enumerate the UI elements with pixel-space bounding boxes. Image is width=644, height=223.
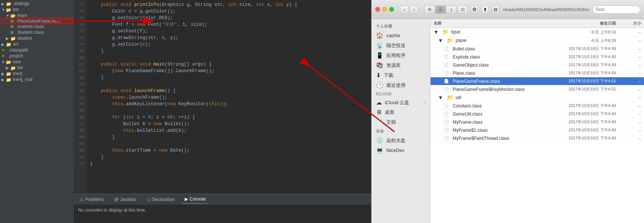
library-icon: 📚 <box>376 62 383 69</box>
date-bjsxt: 今天 上午8:16 <box>553 29 619 35</box>
size-keymonitor: -- <box>619 87 641 92</box>
sidebar-label-caizhe: caizhe <box>386 33 400 38</box>
nav-back-button[interactable]: ‹ <box>400 6 409 14</box>
file-icon-constant: 📄 <box>444 103 451 108</box>
tree-label-bin2: bin <box>17 65 23 70</box>
folder-icon-plane: 📁 <box>447 38 454 43</box>
view-gallery-btn[interactable]: ⊡ <box>457 6 468 14</box>
sidebar-item-caizhe[interactable]: 🏠 caizhe <box>372 31 430 40</box>
folder-icon-bjsxt: 📁 <box>442 29 450 35</box>
arrow-trie4j-root: ▶ <box>1 78 6 82</box>
tree-item-bin2[interactable]: ▶ 📁 bin <box>0 65 74 71</box>
tree-item-student-folder[interactable]: ▶ 📁 student <box>0 35 74 41</box>
class-icon-planegameframe: ▦ <box>10 19 16 23</box>
tree-item-project[interactable]: ✕ .project <box>0 53 74 59</box>
sidebar-item-remote-disc[interactable]: 💿 远程光盘 <box>372 135 430 145</box>
finder-row-paintthread[interactable]: 📄 MyFrame$PaintThread.class 2017年10月18日 … <box>431 134 644 142</box>
class-icon-scanner: ▦ <box>10 24 16 29</box>
sidebar-label-documents: 文稿 <box>386 119 396 125</box>
finder-row-bullet[interactable]: 📄 Bullet.class 2017年10月18日 下午4:49 -- <box>431 45 644 53</box>
arrow-new: ▼ <box>1 60 6 64</box>
finder-row-gameutil[interactable]: 📄 GameUtil.class 2017年10月18日 下午4:49 -- <box>431 110 644 118</box>
tab-console[interactable]: ▶ Console <box>182 195 209 204</box>
view-icon-btn[interactable]: ⊞ <box>424 6 435 14</box>
finder-row-myframe1[interactable]: 📄 MyFrame$1.class 2017年10月18日 下午4:49 -- <box>431 126 644 134</box>
finder-row-plane[interactable]: ▼ 📁 plane 今天 上午8:39 -- <box>431 36 644 45</box>
filename-gameutil: GameUtil.class <box>453 112 553 117</box>
finder-row-keymonitor[interactable]: 📄 PlaneGameFrame$KeyMonitor.class 2017年1… <box>431 85 644 93</box>
code-area[interactable]: 7374757677 7879808182 8384858687 8889909… <box>74 0 371 194</box>
sidebar-section-device: 设备 <box>372 127 430 135</box>
tree-label-classpath: .classpath <box>8 47 28 53</box>
sidebar-item-recent[interactable]: 🕐 最近使用 <box>372 80 430 90</box>
minimize-button[interactable] <box>382 7 387 12</box>
tree-item-scanner[interactable]: ▦ scanner.class <box>0 24 74 29</box>
finder-row-plane-class[interactable]: 📄 Plane.class 2017年10月18日 下午4:49 -- <box>431 69 644 77</box>
sidebar-item-downloads[interactable]: ⬇ 下载 <box>372 70 430 80</box>
tree-item-src[interactable]: ▶ 📁 src <box>0 41 74 47</box>
apps-icon: 📱 <box>376 52 383 59</box>
filename-util: util <box>456 95 553 100</box>
tree-item-trie4j-root[interactable]: ▶ 📁 trie4j_root <box>0 77 74 82</box>
file-icon-paintthread: 📄 <box>444 136 451 141</box>
code-content[interactable]: public void printInfo(Graphics g, String… <box>87 0 371 194</box>
javadoc-icon: @ <box>114 197 119 202</box>
tree-item-planegameframe[interactable]: ▦ PlaneGameFrame.class <box>0 18 74 24</box>
tab-declaration[interactable]: ⬡ Declaration <box>144 195 178 203</box>
filename-constant: Constant.class <box>453 103 553 109</box>
finder-search-input[interactable] <box>592 6 640 14</box>
sidebar-item-nicedev[interactable]: 💻 NiceDev <box>372 145 430 155</box>
finder-body: 个人收藏 🏠 caizhe 📡 隔空投送 📱 应用程序 📚 资源库 <box>372 19 644 223</box>
tree-item-student[interactable]: ▦ Student.class <box>0 29 74 35</box>
size-gameobject: -- <box>619 63 641 67</box>
tree-item-learn[interactable]: ▼ 📂 learn <box>0 13 74 18</box>
documents-icon: 📄 <box>376 118 383 125</box>
tab-javadoc[interactable]: @ Javadoc <box>111 195 140 203</box>
tree-item-new[interactable]: ▼ 📂 new <box>0 59 74 65</box>
path-text: .nloads/40013830022a4fdbaa4f9f3689b13f18… <box>502 7 589 12</box>
finder-row-util[interactable]: ▼ 📁 util -- <box>431 93 644 102</box>
col-header-name: 名称 <box>434 21 553 26</box>
class-icon-student: ▦ <box>10 30 16 35</box>
tree-item-bin[interactable]: ▼ 📂 bin <box>0 7 74 13</box>
tree-item-trie4j[interactable]: ▶ 📁 trie4j <box>0 71 74 77</box>
desktop-icon: 🖥 <box>376 109 382 116</box>
sidebar-item-documents[interactable]: 📄 文稿 <box>372 117 430 127</box>
finder-tag-button[interactable]: ⊟ <box>492 6 499 14</box>
nav-forward-button[interactable]: › <box>410 6 418 14</box>
tree-label-trie4j-root: trie4j_root <box>13 77 32 82</box>
view-col-btn[interactable]: ⫿ <box>446 6 457 14</box>
close-button[interactable] <box>375 7 380 12</box>
file-icon-bullet: 📄 <box>444 46 451 51</box>
sidebar-item-apps[interactable]: 📱 应用程序 <box>372 50 430 60</box>
sidebar-item-airdrop[interactable]: 📡 隔空投送 <box>372 40 430 50</box>
sidebar-item-icloud-drive[interactable]: ☁ iCloud 云盘 ○ <box>372 98 430 107</box>
tree-item-classpath[interactable]: ✕ .classpath <box>0 47 74 53</box>
file-tree-panel: ▶ 📁 .settings ▼ 📂 bin ▼ 📂 learn ▦ PlaneG… <box>0 0 74 223</box>
finder-row-gameobject[interactable]: 📄 GameObject.class 2017年10月18日 下午4:49 -- <box>431 61 644 69</box>
finder-row-planegameframe[interactable]: 📄 PlaneGameFrame.class 2017年10月18日 下午4:5… <box>431 77 644 85</box>
tab-problems[interactable]: ⚠ Problems <box>77 195 107 203</box>
tree-label-scanner: scanner.class <box>17 24 44 29</box>
recent-icon: 🕐 <box>376 82 383 89</box>
sidebar-label-icloud: iCloud 云盘 <box>385 99 409 106</box>
arrow-src: ▶ <box>1 42 6 46</box>
finder-action-button[interactable]: ⚙ <box>471 6 478 14</box>
sidebar-item-desktop[interactable]: 🖥 桌面 <box>372 107 430 117</box>
finder-row-bjsxt[interactable]: ▼ 📁 bjsxt 今天 上午8:16 -- <box>431 28 644 36</box>
finder-row-constant[interactable]: 📄 Constant.class 2017年10月18日 下午4:49 -- <box>431 102 644 110</box>
tree-item-settings[interactable]: ▶ 📁 .settings <box>0 1 74 7</box>
finder-path-bar: .nloads/40013830022a4fdbaa4f9f3689b13f18… <box>502 7 589 12</box>
sidebar-item-library[interactable]: 📚 资源库 <box>372 60 430 70</box>
maximize-button[interactable] <box>389 7 394 12</box>
finder-row-explode[interactable]: 📄 Explode.class 2017年10月18日 下午4:49 -- <box>431 53 644 61</box>
view-list-btn[interactable]: ☰ <box>435 6 446 14</box>
finder-row-myframe[interactable]: 📄 MyFrame.class 2017年10月18日 下午4:49 -- <box>431 118 644 126</box>
filename-myframe: MyFrame.class <box>453 120 553 125</box>
sidebar-label-nicedev: NiceDev <box>386 148 404 153</box>
tree-label-settings: .settings <box>13 1 29 6</box>
console-output: No consoles to display at this time. <box>74 205 371 223</box>
date-myframe: 2017年10月18日 下午4:49 <box>553 119 619 125</box>
sidebar-label-airdrop: 隔空投送 <box>386 42 405 49</box>
finder-share-button[interactable]: ⬆ <box>481 6 488 14</box>
